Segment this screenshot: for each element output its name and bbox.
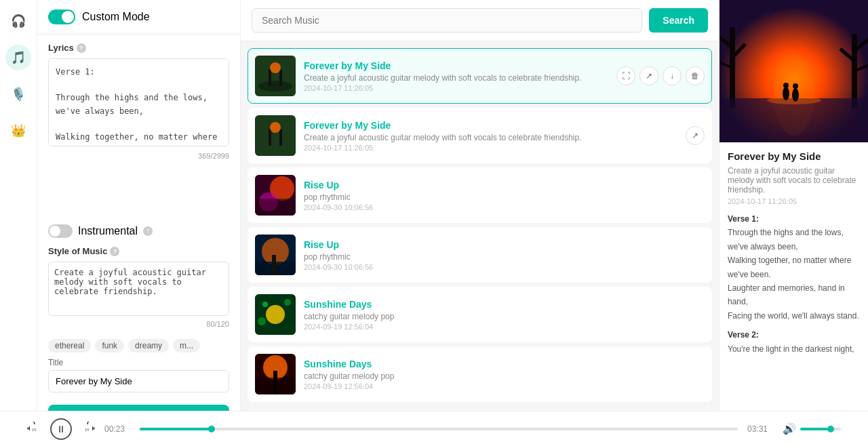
svg-rect-25 [273,371,277,394]
song-thumbnail [255,354,296,394]
volume-bar[interactable] [800,428,841,430]
skip-forward-button[interactable]: 15 [80,422,95,437]
current-time: 00:23 [104,424,130,434]
svg-point-8 [270,122,281,133]
svg-point-20 [284,299,291,306]
svg-point-41 [793,83,798,89]
volume-fill [800,428,831,430]
svg-rect-36 [719,98,868,142]
song-info: Sunshine Days catchy guitar melody pop 2… [304,299,705,331]
progress-fill [140,428,212,430]
list-item[interactable]: Sunshine Days catchy guitar melody pop 2… [248,287,712,342]
instrumental-help-icon[interactable]: ? [143,226,153,236]
left-panel: Custom Mode Lyrics ? Verse 1: Through th… [37,0,241,446]
list-item[interactable]: Rise Up pop rhythmic 2024-09-30 10:06:56 [248,227,712,283]
right-song-desc: Create a joyful acoustic guitar melody w… [728,166,860,195]
progress-bar[interactable] [140,428,738,430]
svg-marker-42 [28,426,30,431]
svg-point-18 [266,305,285,324]
song-info: Sunshine Days catchy guitar melody pop 2… [304,359,705,390]
svg-rect-5 [255,115,296,156]
wave-icon[interactable]: 🎵 [5,45,31,70]
list-item[interactable]: Forever by My Side Create a joyful acous… [248,108,712,163]
headphones-icon[interactable]: 🎧 [5,8,31,34]
volume-icon[interactable]: 🔊 [783,422,796,435]
song-title: Rise Up [304,180,705,190]
list-item[interactable]: Rise Up pop rhythmic 2024-09-30 10:06:56 [248,167,712,223]
progress-dot [208,426,215,432]
svg-point-21 [258,317,266,325]
song-info: Forever by My Side Create a joyful acous… [304,60,616,92]
style-input[interactable]: Create a joyful acoustic guitar melody w… [48,262,229,316]
right-panel: Forever by My Side Create a joyful acous… [719,0,868,446]
download-icon[interactable]: ↓ [663,66,682,85]
song-info: Forever by My Side Create a joyful acous… [304,120,686,152]
disc-icon[interactable]: 🎙️ [5,81,31,107]
right-panel-image [719,0,868,142]
song-date: 2024-09-19 12:56:04 [304,323,705,331]
right-panel-art [719,0,868,142]
style-help-icon[interactable]: ? [110,247,119,256]
song-list: Forever by My Side Create a joyful acous… [241,41,719,446]
verse-2-label: Verse 2: [728,328,860,342]
pause-button[interactable]: ⏸ [50,418,72,440]
tag-dreamy[interactable]: dreamy [128,339,169,352]
right-lyrics: Verse 1: Through the highs and the lows,… [728,212,860,356]
tag-funk[interactable]: funk [95,339,124,352]
song-desc: catchy guitar melody pop [304,371,705,381]
song-title: Sunshine Days [304,299,705,310]
song-date: 2024-09-30 10:06:56 [304,203,705,211]
lyrics-input[interactable]: Verse 1: Through the highs and the lows,… [48,58,229,146]
lyrics-char-count: 369/2999 [48,152,229,160]
skip-back-button[interactable]: 15 [27,422,42,437]
style-tags: ethereal funk dreamy m... [37,339,240,352]
svg-rect-7 [279,129,282,146]
style-char-count: 80/120 [48,320,229,328]
search-input[interactable] [252,8,642,33]
svg-rect-3 [279,69,282,86]
share-icon[interactable]: ↗ [639,66,658,85]
svg-point-1 [258,81,292,92]
svg-text:15: 15 [32,428,37,432]
middle-panel: Search Forever by My Side Create a joyfu… [241,0,719,446]
expand-icon[interactable]: ⛶ [616,66,635,85]
title-input[interactable] [48,370,229,392]
tag-ethereal[interactable]: ethereal [48,339,91,352]
lyrics-label: Lyrics ? [48,43,229,53]
svg-point-4 [270,62,281,73]
search-bar: Search [241,0,719,41]
song-desc: Create a joyful acoustic guitar melody w… [304,73,616,83]
svg-marker-44 [92,426,94,431]
song-thumbnail [255,175,296,216]
song-title: Sunshine Days [304,359,705,369]
song-desc: pop rhythmic [304,252,705,262]
song-desc: catchy guitar melody pop [304,312,705,321]
lyrics-section: Lyrics ? Verse 1: Through the highs and … [37,35,240,219]
instrumental-row: Instrumental ? [37,219,240,243]
lyric-line: Walking together, no matter where we've … [728,254,860,281]
song-actions: ⛶ ↗ ↓ 🗑 [616,66,705,85]
title-label: Title [48,358,229,367]
share-icon[interactable]: ↗ [686,126,705,145]
song-date: 2024-09-30 10:06:56 [304,263,705,271]
delete-icon[interactable]: 🗑 [686,66,705,85]
song-title: Forever by My Side [304,60,616,71]
svg-text:15: 15 [85,428,90,432]
lyrics-help-icon[interactable]: ? [77,43,86,53]
lyric-line: Through the highs and the lows, we've al… [728,226,860,254]
svg-rect-12 [256,199,294,216]
lyric-line: Facing the world, we'll always stand. [728,309,860,323]
tag-more[interactable]: m... [173,339,200,352]
list-item[interactable]: Sunshine Days catchy guitar melody pop 2… [248,346,712,402]
svg-point-19 [262,302,268,307]
svg-point-38 [783,87,789,100]
search-button[interactable]: Search [649,8,708,33]
instrumental-toggle[interactable] [48,224,73,238]
svg-point-40 [792,88,799,102]
list-item[interactable]: Forever by My Side Create a joyful acous… [248,48,712,104]
song-desc: pop rhythmic [304,192,705,202]
custom-mode-bar: Custom Mode [37,0,240,35]
song-title: Forever by My Side [304,120,686,131]
crown-icon[interactable]: 👑 [5,118,31,144]
custom-mode-toggle[interactable] [48,9,75,24]
